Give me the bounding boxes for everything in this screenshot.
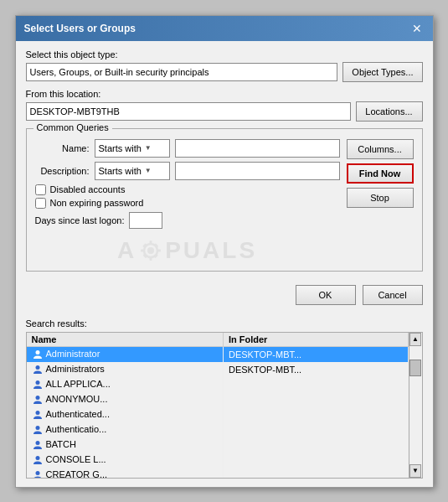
non-expiring-label: Non expiring password — [50, 198, 144, 208]
table-row[interactable]: BATCH — [27, 437, 409, 453]
common-queries-inner: Name: Starts with ▼ Description: Starts — [35, 139, 414, 264]
user-icon — [32, 364, 44, 375]
location-input[interactable] — [26, 102, 351, 121]
description-text-input[interactable] — [175, 162, 340, 180]
disabled-accounts-label: Disabled accounts — [50, 184, 126, 194]
scrollbar[interactable]: ▲ ▼ — [409, 333, 422, 478]
stop-button[interactable]: Stop — [347, 188, 414, 208]
results-outer: Name In Folder AdministratorDESKTOP-MBT.… — [26, 332, 423, 479]
svg-rect-6 — [142, 243, 147, 248]
result-name-cell: Administrators — [27, 362, 224, 377]
search-results-label: Search results: — [26, 318, 423, 329]
name-filter-arrow: ▼ — [145, 144, 152, 152]
svg-point-10 — [35, 350, 39, 355]
result-folder-cell — [223, 437, 408, 453]
search-results-area: Search results: Name In Folder Administr… — [16, 318, 433, 487]
name-label: Name: — [35, 143, 90, 153]
user-icon — [32, 394, 44, 406]
close-button[interactable]: ✕ — [409, 21, 425, 36]
user-icon — [32, 409, 44, 421]
user-icon — [32, 454, 44, 466]
svg-point-1 — [147, 247, 154, 254]
svg-rect-8 — [143, 253, 148, 258]
columns-button[interactable]: Columns... — [347, 139, 414, 159]
result-folder-cell: DESKTOP-MBT... — [223, 346, 408, 362]
result-folder-cell — [223, 468, 408, 477]
common-queries-group: Common Queries Name: Starts with ▼ — [26, 128, 423, 272]
result-name-cell: ANONYMOU... — [27, 392, 224, 407]
user-icon — [32, 349, 44, 360]
description-label: Description: — [35, 166, 90, 176]
location-row: Locations... — [26, 101, 423, 122]
days-row: Days since last logon: — [35, 212, 340, 229]
scrollbar-up[interactable]: ▲ — [409, 333, 421, 346]
result-folder-cell — [223, 407, 408, 422]
description-row: Description: Starts with ▼ — [35, 162, 340, 180]
object-type-input[interactable] — [26, 63, 338, 81]
result-folder-cell — [223, 453, 408, 468]
result-name-cell: BATCH — [27, 437, 224, 453]
svg-point-14 — [35, 411, 39, 415]
scrollbar-thumb[interactable] — [409, 360, 421, 376]
description-filter-value: Starts with — [99, 166, 142, 176]
common-queries-tab[interactable]: Common Queries — [33, 122, 112, 132]
locations-button[interactable]: Locations... — [356, 101, 423, 122]
dialog-title: Select Users or Groups — [24, 23, 136, 34]
col-folder: In Folder — [223, 333, 408, 347]
svg-point-13 — [35, 396, 39, 400]
watermark-text: A — [117, 237, 257, 264]
result-folder-cell — [223, 377, 408, 392]
cancel-button[interactable]: Cancel — [363, 285, 423, 305]
table-row[interactable]: AdministratorDESKTOP-MBT... — [27, 346, 409, 362]
svg-point-15 — [35, 426, 39, 430]
days-label: Days since last logon: — [35, 215, 125, 225]
non-expiring-checkbox[interactable] — [35, 198, 46, 209]
scrollbar-down[interactable]: ▼ — [409, 464, 421, 478]
days-input[interactable] — [129, 212, 162, 229]
description-filter-select[interactable]: Starts with ▼ — [95, 162, 170, 180]
object-types-button[interactable]: Object Types... — [342, 62, 422, 82]
ok-button[interactable]: OK — [296, 285, 356, 305]
table-row[interactable]: Authenticatio... — [27, 422, 409, 437]
result-name-cell: Authenticated... — [27, 407, 224, 422]
result-name-cell: ALL APPLICA... — [27, 377, 224, 392]
result-name-cell: CONSOLE L... — [27, 453, 224, 468]
watermark-icon — [138, 238, 163, 263]
user-icon — [32, 379, 44, 391]
svg-rect-3 — [150, 256, 152, 261]
user-icon — [32, 469, 44, 477]
col-name: Name — [27, 333, 224, 347]
table-row[interactable]: AdministratorsDESKTOP-MBT... — [27, 362, 409, 377]
queries-left: Name: Starts with ▼ Description: Starts — [35, 139, 340, 264]
user-icon — [32, 424, 44, 436]
dialog-body: Select this object type: Object Types...… — [16, 41, 433, 318]
svg-point-18 — [35, 471, 39, 475]
table-row[interactable]: ANONYMOU... — [27, 392, 409, 407]
name-row: Name: Starts with ▼ — [35, 139, 340, 158]
table-row[interactable]: CREATOR G... — [27, 468, 409, 477]
find-now-button[interactable]: Find Now — [347, 163, 414, 184]
object-type-row: Object Types... — [26, 62, 423, 82]
disabled-accounts-checkbox[interactable] — [35, 184, 46, 195]
ok-cancel-row: OK Cancel — [26, 280, 423, 310]
watermark-area: A — [35, 229, 340, 264]
name-filter-select[interactable]: Starts with ▼ — [95, 139, 170, 158]
result-folder-cell: DESKTOP-MBT... — [223, 362, 408, 377]
table-row[interactable]: CONSOLE L... — [27, 453, 409, 468]
svg-point-12 — [35, 380, 39, 385]
location-label: From this location: — [26, 89, 423, 99]
result-name-cell: Administrator — [27, 346, 224, 362]
name-text-input[interactable] — [175, 139, 340, 158]
result-name-cell: Authenticatio... — [27, 422, 224, 437]
table-row[interactable]: ALL APPLICA... — [27, 377, 409, 392]
results-header-row: Name In Folder — [27, 333, 409, 347]
svg-point-17 — [35, 456, 39, 460]
results-inner[interactable]: Name In Folder AdministratorDESKTOP-MBT.… — [27, 333, 409, 478]
queries-main: Name: Starts with ▼ Description: Starts — [35, 139, 414, 264]
table-row[interactable]: Authenticated... — [27, 407, 409, 422]
non-expiring-row: Non expiring password — [35, 198, 340, 209]
title-bar: Select Users or Groups ✕ — [16, 16, 433, 41]
object-type-label: Select this object type: — [26, 49, 423, 60]
right-buttons: Columns... Find Now Stop — [347, 139, 414, 264]
description-filter-arrow: ▼ — [145, 167, 152, 174]
